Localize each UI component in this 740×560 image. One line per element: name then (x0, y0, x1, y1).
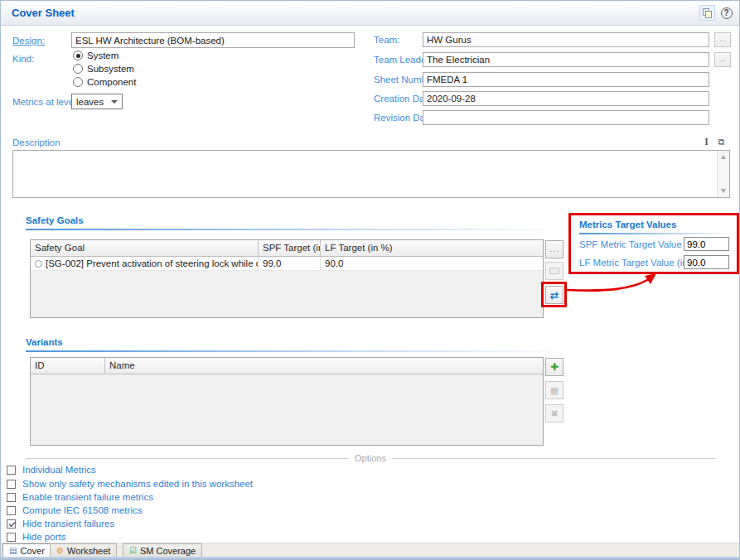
description-scrollbar[interactable] (717, 151, 729, 197)
scroll-down-icon[interactable] (721, 189, 726, 193)
metrics-target-title: Metrics Target Values (579, 220, 676, 229)
checkbox-label: Show only safety mechanisms edited in th… (22, 479, 253, 489)
metrics-level-select[interactable]: leaves (71, 94, 123, 109)
variant-add-button[interactable]: ✚ (545, 358, 563, 376)
metrics-level-value: leaves (76, 97, 104, 107)
metrics-level-label: Metrics at level: (12, 97, 79, 107)
open-editor-icon[interactable]: ⧉ (715, 136, 728, 148)
revision-date-input[interactable] (423, 110, 709, 125)
checkbox-label: Compute IEC 61508 metrics (22, 505, 142, 515)
checkbox-label: Hide transient failures (22, 519, 114, 529)
variants-rule (26, 350, 566, 352)
metrics-target-panel: Metrics Target Values SPF Metric Target … (568, 213, 739, 274)
checkbox-icon[interactable] (7, 480, 16, 489)
help-icon: ? (721, 7, 733, 19)
option-hide-transient-failures[interactable]: Hide transient failures (7, 519, 114, 529)
safety-goals-edit-button[interactable] (545, 262, 563, 280)
cover-icon: ▤ (9, 547, 17, 555)
description-label: Description (12, 138, 60, 147)
column-header[interactable]: SPF Target (in %) (259, 240, 321, 256)
metrics-target-rule (579, 233, 733, 234)
copy-sheet-button[interactable] (699, 5, 715, 21)
tab-label: SM Coverage (140, 546, 196, 556)
team-label: Team: (374, 35, 399, 45)
radio-icon[interactable] (73, 51, 83, 60)
safety-goal-icon (35, 260, 42, 268)
design-input[interactable] (71, 32, 355, 48)
edit-table-icon: ▦ (550, 385, 559, 396)
kind-radio-component[interactable]: Component (73, 77, 136, 87)
copy-icon (703, 8, 712, 18)
options-divider: Options (26, 453, 715, 463)
team-leader-browse-button[interactable]: ... (714, 52, 731, 67)
variant-edit-button[interactable]: ▦ (545, 381, 563, 399)
checkbox-icon[interactable] (7, 506, 16, 515)
sheet-number-input[interactable] (423, 72, 709, 87)
design-label[interactable]: Design: (12, 36, 45, 46)
column-header[interactable]: LF Target (in %) (321, 240, 543, 256)
safety-goals-table: Safety Goal SPF Target (in %) LF Target … (30, 239, 544, 318)
variants-table: ID Name (30, 357, 544, 446)
safety-goals-browse-button[interactable]: ... (545, 240, 563, 258)
option-enable-transient-failure-metrics[interactable]: Enable transient failure metrics (7, 492, 153, 502)
scroll-up-icon[interactable] (721, 155, 726, 159)
radio-label: Component (87, 77, 136, 87)
lf-metric-input[interactable] (684, 255, 729, 269)
text-cursor-icon[interactable]: I (700, 136, 713, 148)
description-box (12, 150, 730, 198)
column-header[interactable]: Safety Goal (31, 240, 259, 256)
tab-worksheet[interactable]: ⚙ Worksheet (50, 543, 117, 558)
sm-coverage-icon: ☑ (129, 547, 137, 555)
apply-metrics-targets-button[interactable]: ⇄ (545, 286, 563, 304)
variants-table-header: ID Name (31, 358, 543, 374)
tab-label: Worksheet (67, 546, 110, 556)
radio-icon[interactable] (73, 64, 83, 74)
lf-target-cell: 90.0 (321, 257, 543, 270)
team-leader-input[interactable] (423, 52, 709, 67)
bottom-tab-bar: ▤ Cover ⚙ Worksheet ☑ SM Coverage (1, 543, 739, 557)
option-compute-iec-61508-metrics[interactable]: Compute IEC 61508 metrics (7, 505, 142, 515)
spf-target-cell: 99.0 (259, 257, 321, 270)
options-divider-label: Options (348, 453, 393, 463)
team-browse-button[interactable]: ... (714, 32, 731, 47)
checkbox-label: Hide ports (22, 532, 65, 542)
variant-delete-button[interactable]: ✖ (545, 404, 563, 422)
checkbox-icon[interactable] (7, 493, 16, 502)
checkbox-label: Enable transient failure metrics (22, 492, 153, 502)
description-textarea[interactable] (13, 151, 717, 197)
option-show-only-safety-mechanisms[interactable]: Show only safety mechanisms edited in th… (7, 479, 253, 489)
ellipsis-icon: ... (549, 247, 559, 252)
page-title: Cover Sheet (12, 7, 75, 19)
help-button[interactable]: ? (718, 5, 734, 21)
radio-icon[interactable] (73, 77, 83, 87)
tab-cover[interactable]: ▤ Cover (2, 543, 51, 558)
column-header[interactable]: ID (31, 358, 105, 374)
option-hide-ports[interactable]: Hide ports (7, 532, 65, 542)
kind-radio-subsystem[interactable]: Subsystem (73, 64, 134, 74)
safety-goals-table-header: Safety Goal SPF Target (in %) LF Target … (31, 240, 543, 257)
safety-goal-text: [SG-002] Prevent activation of steering … (46, 258, 259, 268)
table-row[interactable]: [SG-002] Prevent activation of steering … (31, 257, 543, 271)
card-icon (549, 268, 559, 274)
kind-radio-system[interactable]: System (73, 51, 118, 60)
checkbox-icon[interactable] (7, 533, 16, 542)
radio-label: System (87, 51, 118, 60)
creation-date-input[interactable] (423, 91, 709, 106)
option-individual-metrics[interactable]: Individual Metrics (7, 465, 96, 475)
header-band: Cover Sheet ? (1, 1, 739, 26)
plus-icon: ✚ (550, 361, 559, 373)
delete-icon: ✖ (550, 408, 558, 419)
variants-title: Variants (26, 337, 63, 347)
column-header[interactable]: Name (105, 358, 543, 374)
window-bottom-strip (1, 557, 739, 560)
sync-icon: ⇄ (550, 289, 559, 302)
worksheet-icon: ⚙ (56, 547, 64, 555)
spf-metric-input[interactable] (684, 237, 729, 251)
checkbox-icon[interactable] (7, 466, 16, 475)
checkbox-label: Individual Metrics (22, 465, 96, 475)
safety-goals-title: Safety Goals (26, 215, 84, 225)
team-input[interactable] (423, 32, 709, 47)
cover-sheet-page: Cover Sheet ? Design: Kind: System Subsy… (0, 0, 740, 560)
tab-sm-coverage[interactable]: ☑ SM Coverage (123, 543, 202, 558)
checkbox-icon[interactable] (7, 519, 16, 529)
